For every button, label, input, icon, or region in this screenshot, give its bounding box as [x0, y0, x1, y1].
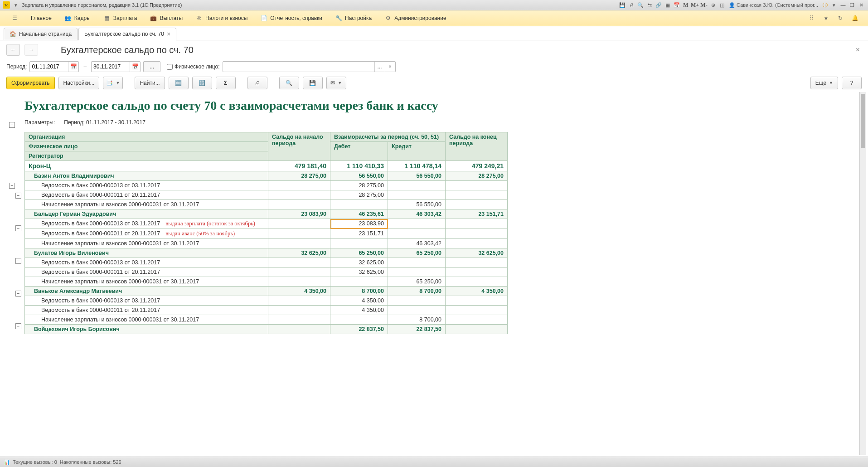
- detail-row[interactable]: Ведомость в банк 0000-000011 от 20.11.20…: [25, 190, 508, 200]
- apps-icon[interactable]: ⠿: [807, 14, 815, 22]
- detail-row[interactable]: Ведомость в банк 0000-000013 от 03.11.20…: [25, 181, 508, 190]
- menu-admin[interactable]: ⚙Администрирование: [378, 10, 452, 26]
- collapse-button[interactable]: 🔡: [192, 77, 212, 89]
- collapse-p5[interactable]: −: [15, 323, 21, 329]
- generate-button[interactable]: Сформировать: [6, 77, 55, 89]
- status-accum: Накопленные вызовы: 526: [60, 459, 121, 465]
- expand-button[interactable]: 🔤: [169, 77, 189, 89]
- preview-button[interactable]: 🔍: [279, 77, 299, 89]
- collapse-org[interactable]: −: [9, 183, 15, 189]
- tab-bar: 🏠 Начальная страница Бухгалтерское сальд…: [0, 26, 868, 40]
- find-button[interactable]: Найти...: [135, 77, 165, 89]
- detail-row[interactable]: Начисление зарплаты и взносов 0000-00003…: [25, 315, 508, 325]
- calendar-icon[interactable]: 📅: [673, 1, 681, 9]
- settings-button[interactable]: Настройки...: [58, 77, 100, 89]
- m-icon[interactable]: M: [682, 1, 690, 9]
- help-button[interactable]: ?: [842, 77, 862, 89]
- calc2-icon: ▦: [103, 15, 111, 22]
- tab-home-label: Начальная страница: [19, 31, 72, 37]
- mail-button[interactable]: ✉▼: [326, 77, 346, 89]
- calendar-from-icon[interactable]: 📅: [68, 62, 78, 72]
- person-input[interactable]: ... ×: [223, 61, 396, 72]
- detail-row[interactable]: Ведомость в банк 0000-000011 от 20.11.20…: [25, 268, 508, 277]
- scroll-thumb[interactable]: [861, 94, 865, 148]
- dropdown-icon[interactable]: ▾: [12, 1, 20, 9]
- menu-nastroyka[interactable]: 🔧Настройка: [329, 10, 378, 26]
- detail-row[interactable]: Ведомость в банк 0000-000011 от 20.11.20…: [25, 229, 508, 239]
- menu-burger[interactable]: ☰: [5, 10, 24, 26]
- detail-row[interactable]: Начисление зарплаты и взносов 0000-00003…: [25, 239, 508, 248]
- minimize-button[interactable]: —: [839, 1, 847, 9]
- period-picker-button[interactable]: ...: [143, 61, 160, 72]
- save-icon[interactable]: 💾: [618, 1, 626, 9]
- dd-icon[interactable]: ▾: [830, 1, 838, 9]
- star-icon[interactable]: ★: [822, 14, 830, 22]
- menu-vyplaty[interactable]: 💼Выплаты: [143, 10, 189, 26]
- total-row[interactable]: Крон-Ц479 181,401 110 410,331 110 478,14…: [25, 161, 508, 171]
- detail-row[interactable]: Ведомость в банк 0000-000013 от 03.11.20…: [25, 296, 508, 306]
- save-button[interactable]: 💾: [303, 77, 323, 89]
- detail-row[interactable]: Ведомость в банк 0000-000011 от 20.11.20…: [25, 306, 508, 315]
- menu-zarplata[interactable]: ▦Зарплата: [97, 10, 144, 26]
- date-from-field[interactable]: [30, 63, 68, 70]
- history-icon[interactable]: ↻: [836, 14, 844, 22]
- person-row[interactable]: Базин Антон Владимирович28 275,0056 550,…: [25, 171, 508, 181]
- m-minus-icon[interactable]: M-: [700, 1, 708, 9]
- collapse-p1[interactable]: −: [15, 193, 21, 199]
- maximize-button[interactable]: ❐: [848, 1, 856, 9]
- detail-row[interactable]: Ведомость в банк 0000-000013 от 03.11.20…: [25, 219, 508, 229]
- print-button[interactable]: 🖨: [247, 77, 267, 89]
- person-row[interactable]: Булатов Игорь Виленович32 625,0065 250,0…: [25, 248, 508, 258]
- calendar-to-icon[interactable]: 📅: [130, 62, 140, 72]
- page-title: Бухгалтерское сальдо по сч. 70: [43, 45, 194, 55]
- panel-icon[interactable]: ◫: [718, 1, 726, 9]
- tab-home[interactable]: 🏠 Начальная страница: [4, 28, 78, 40]
- m-plus-icon[interactable]: M+: [691, 1, 699, 9]
- compare-icon[interactable]: ⇆: [645, 1, 654, 9]
- menu-kadry[interactable]: 👥Кадры: [58, 10, 97, 26]
- menu-nalogi[interactable]: %Налоги и взносы: [189, 10, 254, 26]
- menu-otchet[interactable]: 📄Отчетность, справки: [254, 10, 329, 26]
- preview-icon[interactable]: 🔍: [636, 1, 645, 9]
- person-row[interactable]: Ваньков Александр Матвеевич4 350,008 700…: [25, 287, 508, 296]
- user-label[interactable]: 👤 Савинская З.Ю. (Системный прог...: [727, 2, 820, 8]
- person-row[interactable]: Бальцер Герман Эдуардович23 083,9046 235…: [25, 209, 508, 219]
- calc-icon[interactable]: ▦: [664, 1, 672, 9]
- collapse-p4[interactable]: −: [15, 291, 21, 297]
- collapse-p3[interactable]: −: [15, 258, 21, 264]
- date-from-input[interactable]: 📅: [29, 61, 79, 72]
- more-button[interactable]: Еще▼: [810, 77, 838, 89]
- date-to-input[interactable]: 📅: [91, 61, 141, 72]
- zoom-icon[interactable]: ⊕: [709, 1, 717, 9]
- person-field[interactable]: [223, 63, 374, 70]
- person-select-button[interactable]: ...: [374, 62, 385, 72]
- tab-report[interactable]: Бухгалтерское сальдо по сч. 70 ×: [78, 28, 176, 40]
- sum-button[interactable]: Σ: [216, 77, 236, 89]
- variants-button[interactable]: 📑▼: [103, 77, 123, 89]
- detail-row[interactable]: Начисление зарплаты и взносов 0000-00003…: [25, 200, 508, 209]
- bell-icon[interactable]: 🔔: [851, 14, 859, 22]
- wrench-icon: 🔧: [335, 15, 342, 22]
- collapse-all[interactable]: −: [9, 122, 15, 128]
- period-label: Период:: [6, 63, 27, 70]
- page-close-button[interactable]: ×: [854, 44, 862, 56]
- detail-row[interactable]: Ведомость в банк 0000-000013 от 03.11.20…: [25, 258, 508, 268]
- date-to-field[interactable]: [92, 63, 130, 70]
- person-filter-check[interactable]: Физическое лицо:: [167, 63, 219, 70]
- detail-row[interactable]: Начисление зарплаты и взносов 0000-00003…: [25, 277, 508, 287]
- toolbar: Сформировать Настройки... 📑▼ Найти... 🔤 …: [0, 74, 868, 92]
- person-clear-button[interactable]: ×: [385, 62, 395, 72]
- vertical-scrollbar[interactable]: [859, 92, 866, 455]
- person-row[interactable]: Войцехович Игорь Борисович22 837,5022 83…: [25, 325, 508, 334]
- nav-back-button[interactable]: ←: [6, 44, 20, 56]
- tab-close-icon[interactable]: ×: [167, 32, 170, 36]
- print-icon[interactable]: 🖨: [627, 1, 635, 9]
- people-icon: 👥: [64, 15, 72, 22]
- nav-fwd-button[interactable]: →: [24, 44, 38, 56]
- collapse-p2[interactable]: −: [15, 225, 21, 231]
- menu-main[interactable]: Главное: [24, 10, 58, 26]
- close-window-button[interactable]: ✕: [857, 1, 865, 9]
- link-icon[interactable]: 🔗: [655, 1, 663, 9]
- person-checkbox[interactable]: [167, 64, 173, 70]
- info-icon[interactable]: ⓘ: [821, 1, 829, 9]
